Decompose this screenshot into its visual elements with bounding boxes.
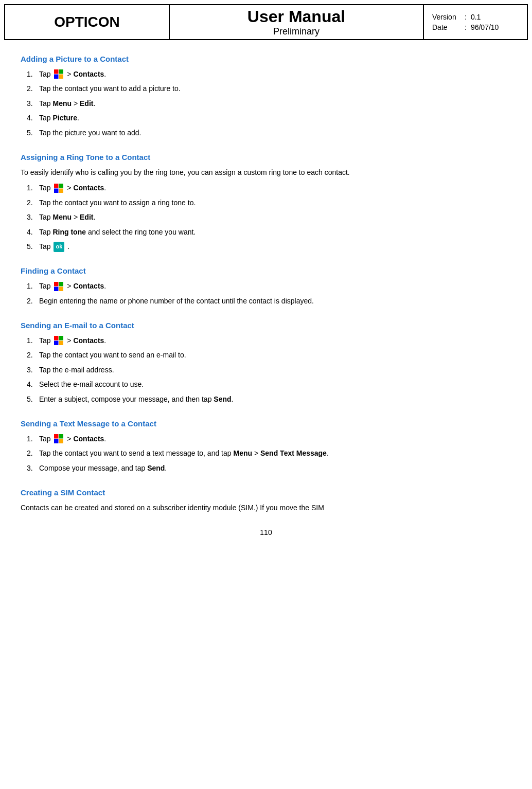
step-content: Tap the e-mail address. [39, 364, 511, 375]
step-content: Tap the contact you want to send a text … [39, 447, 511, 459]
page-header: OPTICON User Manual Preliminary Version … [4, 4, 528, 40]
svg-rect-15 [59, 341, 64, 346]
list-item: 4. Select the e-mail account to use. [21, 379, 511, 390]
step-number: 4. [21, 379, 39, 390]
svg-rect-1 [59, 69, 64, 74]
version-row: Version : 0.1 [432, 13, 519, 21]
svg-rect-4 [54, 184, 59, 188]
version-sep: : [465, 13, 467, 21]
step-content: Tap > Contacts. [39, 68, 511, 80]
section-title-email: Sending an E-mail to a Contact [21, 321, 511, 330]
step-number: 2. [21, 349, 39, 361]
steps-email: 1. Tap > Contacts. 2. Tap the contact yo… [21, 335, 511, 405]
list-item: 2. Begin entering the name or phone numb… [21, 295, 511, 307]
section-title-ringtone: Assigning a Ring Tone to a Contact [21, 153, 511, 162]
section-assigning-ringtone: Assigning a Ring Tone to a Contact To ea… [21, 153, 511, 252]
step-content: Tap the contact you want to assign a rin… [39, 197, 511, 208]
step-content: Tap Ring tone and select the ring tone y… [39, 226, 511, 238]
list-item: 1. Tap > Contacts. [21, 280, 511, 292]
company-logo: OPTICON [5, 5, 170, 39]
svg-rect-18 [54, 439, 59, 444]
section-intro-ringtone: To easily identify who is calling you by… [21, 167, 511, 178]
list-item: 5. Tap ok . [21, 241, 511, 252]
date-value: 96/07/10 [471, 23, 499, 31]
list-item: 1. Tap > Contacts. [21, 182, 511, 193]
list-item: 3. Tap Menu > Edit. [21, 98, 511, 109]
steps-adding-picture: 1. Tap > Contacts. 2. Tap the contact yo… [21, 68, 511, 138]
step-content: Tap the picture you want to add. [39, 127, 511, 138]
step-number: 1. [21, 433, 39, 444]
step-number: 2. [21, 197, 39, 208]
ok-button-icon: ok [54, 242, 64, 252]
step-content: Tap ok . [39, 241, 511, 252]
section-sending-email: Sending an E-mail to a Contact 1. Tap > … [21, 321, 511, 405]
svg-rect-8 [54, 282, 59, 286]
step-number: 4. [21, 112, 39, 123]
svg-rect-2 [54, 75, 59, 79]
version-label: Version [432, 13, 460, 21]
step-number: 1. [21, 182, 39, 193]
step-content: Tap the contact you want to send an e-ma… [39, 349, 511, 361]
section-finding-contact: Finding a Contact 1. Tap > Contacts. 2. … [21, 266, 511, 307]
step-number: 5. [21, 241, 39, 252]
step-content: Select the e-mail account to use. [39, 379, 511, 390]
svg-rect-10 [54, 286, 59, 291]
list-item: 1. Tap > Contacts. [21, 433, 511, 444]
list-item: 2. Tap the contact you want to assign a … [21, 197, 511, 208]
date-label: Date [432, 23, 460, 31]
list-item: 3. Compose your message, and tap Send. [21, 462, 511, 474]
version-value: 0.1 [471, 13, 481, 21]
step-number: 2. [21, 83, 39, 94]
step-number: 1. [21, 280, 39, 292]
section-intro-sim: Contacts can be created and stored on a … [21, 502, 511, 513]
step-number: 5. [21, 393, 39, 405]
step-number: 3. [21, 364, 39, 375]
list-item: 4. Tap Picture. [21, 112, 511, 123]
windows-start-icon [54, 69, 64, 79]
title-main: User Manual [247, 7, 345, 26]
page-number: 110 [21, 528, 511, 536]
step-number: 3. [21, 462, 39, 474]
list-item: 2. Tap the contact you want to send a te… [21, 447, 511, 459]
svg-rect-17 [59, 434, 64, 439]
list-item: 2. Tap the contact you want to add a pic… [21, 83, 511, 94]
step-number: 3. [21, 211, 39, 223]
section-creating-sim: Creating a SIM Contact Contacts can be c… [21, 488, 511, 513]
steps-ringtone: 1. Tap > Contacts. 2. Tap the contact yo… [21, 182, 511, 252]
step-content: Enter a subject, compose your message, a… [39, 393, 511, 405]
section-sending-text: Sending a Text Message to a Contact 1. T… [21, 419, 511, 474]
svg-rect-9 [59, 282, 64, 286]
step-content: Tap Picture. [39, 112, 511, 123]
section-title-finding: Finding a Contact [21, 266, 511, 275]
svg-rect-16 [54, 434, 59, 439]
list-item: 4. Tap Ring tone and select the ring ton… [21, 226, 511, 238]
date-row: Date : 96/07/10 [432, 23, 519, 31]
step-content: Tap the contact you want to add a pictur… [39, 83, 511, 94]
section-title-text: Sending a Text Message to a Contact [21, 419, 511, 428]
steps-text: 1. Tap > Contacts. 2. Tap the contact yo… [21, 433, 511, 474]
step-number: 1. [21, 68, 39, 80]
svg-rect-14 [54, 341, 59, 346]
list-item: 1. Tap > Contacts. [21, 68, 511, 80]
svg-rect-13 [59, 336, 64, 340]
svg-rect-19 [59, 439, 64, 444]
step-content: Tap Menu > Edit. [39, 98, 511, 109]
list-item: 3. Tap Menu > Edit. [21, 211, 511, 223]
step-content: Tap > Contacts. [39, 335, 511, 346]
section-title-sim: Creating a SIM Contact [21, 488, 511, 497]
list-item: 2. Tap the contact you want to send an e… [21, 349, 511, 361]
section-adding-picture: Adding a Picture to a Contact 1. Tap > C… [21, 55, 511, 138]
step-content: Tap Menu > Edit. [39, 211, 511, 223]
svg-rect-12 [54, 336, 59, 340]
steps-finding: 1. Tap > Contacts. 2. Begin entering the… [21, 280, 511, 307]
step-number: 1. [21, 335, 39, 346]
list-item: 3. Tap the e-mail address. [21, 364, 511, 375]
windows-start-icon [54, 281, 64, 292]
list-item: 1. Tap > Contacts. [21, 335, 511, 346]
step-content: Begin entering the name or phone number … [39, 295, 511, 307]
windows-start-icon [54, 434, 64, 444]
step-number: 2. [21, 295, 39, 307]
svg-rect-5 [59, 184, 64, 188]
svg-rect-3 [59, 75, 64, 79]
document-title: User Manual Preliminary [170, 5, 424, 39]
